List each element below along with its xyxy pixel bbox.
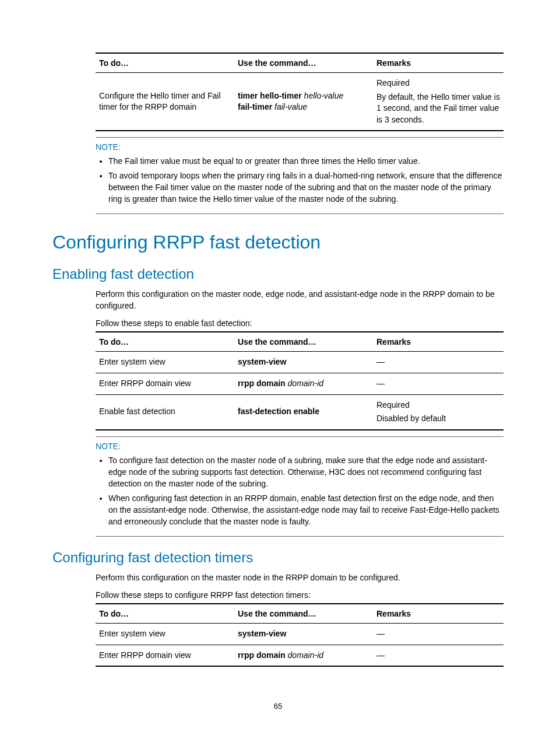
cell-remarks: — (373, 624, 504, 645)
cell-command: rrpp domain domain-id (234, 373, 373, 395)
table-caption: Follow these steps to enable fast detect… (96, 317, 504, 329)
cell-todo: Enter RRPP domain view (96, 373, 234, 395)
paragraph: Perform this configuration on the master… (96, 288, 504, 312)
cell-remarks: — (373, 645, 504, 666)
table-row: Enter RRPP domain view rrpp domain domai… (96, 373, 504, 395)
note-block: NOTE: To configure fast detection on the… (96, 436, 504, 537)
cmd-bold: system-view (238, 357, 286, 366)
table-header: Remarks (373, 53, 504, 73)
cmd-arg: domain-id (288, 650, 323, 660)
heading-1: Configuring RRPP fast detection (52, 232, 504, 253)
table-header: Remarks (373, 332, 504, 352)
cell-todo: Configure the Hello timer and Fail timer… (96, 73, 234, 131)
cell-command: system-view (234, 624, 373, 645)
cell-remarks: Required By default, the Hello timer val… (373, 73, 504, 131)
table-rrpp-timers: To do… Use the command… Remarks Configur… (96, 52, 504, 131)
heading-2-timers: Configuring fast detection timers (52, 550, 504, 566)
cmd-arg: domain-id (288, 379, 323, 388)
cmd-bold: rrpp domain (238, 650, 286, 660)
heading-2-enabling: Enabling fast detection (52, 266, 504, 282)
cell-command: fast-detection enable (234, 394, 373, 430)
paragraph: Perform this configuration on the master… (96, 572, 504, 583)
cell-todo: Enter RRPP domain view (96, 645, 234, 666)
table-header: To do… (96, 604, 234, 624)
remark-line: Required (376, 400, 500, 411)
page: To do… Use the command… Remarks Configur… (0, 0, 556, 734)
table-row: Configure the Hello timer and Fail timer… (96, 73, 504, 131)
table-row: Enter system view system-view — (96, 624, 504, 645)
table-header: Use the command… (234, 53, 373, 73)
table-header: To do… (96, 53, 234, 73)
table-header: To do… (96, 332, 234, 352)
remark-line: Disabled by default (376, 413, 500, 425)
cmd-bold: fail-timer (238, 102, 272, 111)
cell-command: system-view (234, 352, 373, 373)
cell-remarks: — (373, 352, 504, 373)
note-item: When configuring fast detection in an RR… (108, 492, 504, 528)
table-header: Use the command… (234, 604, 373, 624)
note-item: To avoid temporary loops when the primar… (108, 170, 504, 205)
cell-command: timer hello-timer hello-value fail-timer… (234, 73, 373, 131)
cmd-arg: fail-value (275, 102, 307, 111)
remark-line: By default, the Hello timer value is 1 s… (376, 92, 500, 126)
table-enable-fast-detection: To do… Use the command… Remarks Enter sy… (96, 331, 504, 430)
table-row: Enable fast detection fast-detection ena… (96, 394, 504, 430)
page-number: 65 (52, 702, 504, 710)
note-item: The Fail timer value must be equal to or… (108, 155, 504, 167)
note-block: NOTE: The Fail timer value must be equal… (96, 137, 504, 214)
note-label: NOTE: (96, 142, 504, 152)
cmd-bold: system-view (238, 629, 286, 638)
cell-todo: Enable fast detection (96, 394, 234, 430)
cmd-arg: hello-value (304, 91, 344, 100)
table-row: Enter system view system-view — (96, 352, 504, 373)
note-item: To configure fast detection on the maste… (108, 454, 504, 490)
table-header: Use the command… (234, 332, 373, 352)
cmd-bold: timer hello-timer (238, 91, 302, 100)
remark-line: Required (376, 78, 500, 89)
cell-remarks: Required Disabled by default (373, 394, 504, 430)
cmd-bold: rrpp domain (238, 379, 286, 388)
note-label: NOTE: (96, 442, 504, 451)
table-header: Remarks (373, 604, 504, 624)
cell-remarks: — (373, 373, 504, 395)
cmd-bold: fast-detection enable (238, 407, 319, 416)
cell-command: rrpp domain domain-id (234, 645, 373, 666)
cell-todo: Enter system view (96, 624, 234, 645)
cell-todo: Enter system view (96, 352, 234, 373)
table-caption: Follow these steps to configure RRPP fas… (96, 589, 504, 601)
table-row: Enter RRPP domain view rrpp domain domai… (96, 645, 504, 666)
table-fast-detection-timers: To do… Use the command… Remarks Enter sy… (96, 603, 504, 667)
